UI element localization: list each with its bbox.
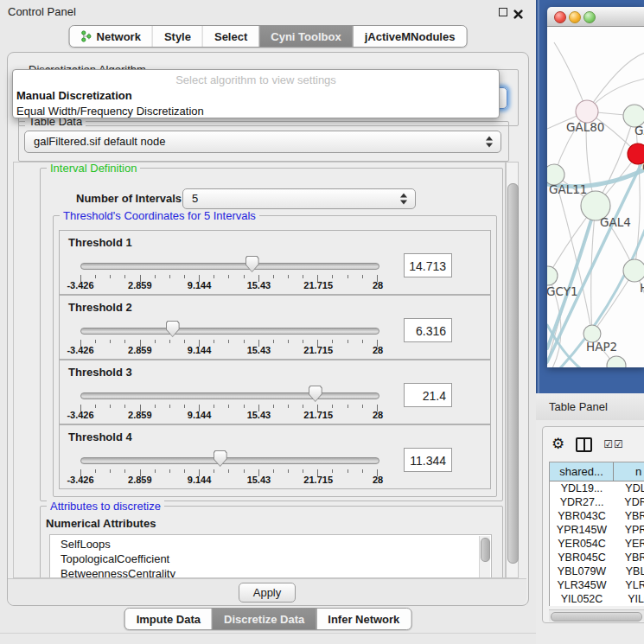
column-header-name[interactable]: n — [614, 462, 644, 481]
popup-item-manual-discretization[interactable]: Manual Discretization — [13, 88, 499, 104]
table-cell[interactable]: YPR1 — [614, 523, 644, 537]
list-item-selfloops[interactable]: SelfLoops — [50, 537, 491, 552]
table-cell[interactable]: YLR345W — [550, 578, 614, 592]
table-cell[interactable]: YDR27... — [550, 495, 614, 509]
slider-thumb[interactable] — [166, 321, 180, 337]
threshold-value-field[interactable]: 6.316 — [404, 318, 452, 342]
split-view-icon[interactable] — [576, 437, 592, 452]
table-hscrollbar[interactable] — [549, 609, 644, 622]
threshold-slider[interactable] — [80, 392, 379, 399]
table-row[interactable]: YER054CYER0 — [550, 537, 644, 551]
network-window-frame: GAL80GACGAL11GAL4GCY1HHAP2 — [536, 0, 644, 393]
tick-mark — [169, 469, 170, 473]
popup-placeholder-item[interactable]: Select algorithm to view settings — [13, 73, 499, 88]
threshold-slider[interactable] — [80, 328, 379, 335]
table-cell[interactable]: YDR2 — [614, 495, 644, 509]
scrollbar-thumb[interactable] — [551, 612, 642, 622]
slider-thumb[interactable] — [214, 450, 227, 467]
tick-mark — [124, 340, 125, 343]
scrollbar-thumb[interactable] — [481, 538, 490, 562]
table-cell[interactable]: YBR0 — [614, 509, 644, 523]
table-cell[interactable]: YBR045C — [550, 551, 614, 564]
table-row[interactable]: YIL052CYIL0 — [550, 592, 644, 606]
table-cell[interactable]: YIL0 — [614, 592, 644, 606]
tick-mark — [214, 405, 214, 408]
gear-icon[interactable]: ⚙ — [552, 436, 564, 453]
table-row[interactable]: YPR145WYPR1 — [550, 523, 644, 537]
threshold-box-2: Threshold 2 -3.4262.8599.14415.4321.7152… — [59, 295, 491, 360]
tab-infer-network[interactable]: Infer Network — [316, 609, 411, 629]
list-scrollbar[interactable] — [479, 536, 490, 578]
numerical-attributes-list[interactable]: SelfLoopsTopologicalCoefficientBetweenne… — [49, 534, 492, 578]
table-cell[interactable]: YLR3 — [614, 578, 644, 592]
tick-mark — [348, 469, 348, 473]
tab-jactivemnodules[interactable]: jActiveMNodules — [353, 26, 467, 47]
tab-impute-data[interactable]: Impute Data — [125, 609, 212, 629]
network-window: GAL80GACGAL11GAL4GCY1HHAP2 — [547, 7, 644, 367]
table-row[interactable]: YBR043CYBR0 — [550, 509, 644, 523]
slider-thumb[interactable] — [309, 386, 322, 402]
minimize-traffic-light-icon[interactable] — [569, 11, 581, 23]
checkbox-icons[interactable]: ☑☑ — [603, 438, 624, 450]
slider-thumb[interactable] — [245, 256, 259, 272]
tick-mark — [332, 340, 333, 343]
table-row[interactable]: YBL079WYBL0 — [550, 564, 644, 578]
tick-mark — [273, 275, 274, 278]
table-row[interactable]: YBR045CYBR0 — [550, 551, 644, 564]
table-cell[interactable]: YDL19... — [550, 481, 614, 495]
tick-mark — [348, 275, 348, 278]
panel-title: Control Panel — [8, 5, 76, 18]
close-icon[interactable] — [513, 7, 523, 16]
float-window-icon[interactable] — [499, 8, 507, 16]
number-of-intervals-combo[interactable]: 5 — [182, 188, 416, 209]
threshold-value-field[interactable]: 14.713 — [404, 253, 452, 277]
list-item-topologicalcoefficient[interactable]: TopologicalCoefficient — [50, 552, 491, 566]
interval-definition-group: Interval Definition Number of Intervals … — [40, 168, 503, 501]
table-panel-header: Table Panel — [536, 393, 644, 421]
table-cell[interactable]: YIL052C — [550, 592, 614, 606]
column-header-shared[interactable]: shared... — [550, 462, 614, 481]
network-node-h[interactable] — [623, 259, 644, 282]
tab-network[interactable]: Network — [70, 26, 152, 47]
zoom-traffic-light-icon[interactable] — [583, 11, 596, 23]
threshold-value-field[interactable]: 11.344 — [404, 448, 452, 472]
tab-cyni-toolbox[interactable]: Cyni Toolbox — [258, 26, 352, 47]
tick-mark — [244, 275, 245, 278]
threshold-slider[interactable] — [80, 457, 379, 464]
threshold-slider[interactable] — [80, 263, 379, 270]
table-data-combo[interactable]: galFiltered.sif default node — [24, 131, 501, 153]
table-panel-title: Table Panel — [549, 400, 608, 413]
table-cell[interactable]: YER0 — [614, 537, 644, 551]
table-cell[interactable]: YER054C — [550, 537, 614, 551]
close-traffic-light-icon[interactable] — [554, 11, 566, 23]
threshold-value-field[interactable]: 21.4 — [404, 383, 452, 407]
popup-item-equal-width-frequency[interactable]: Equal Width/Frequency Discretization — [13, 104, 499, 119]
table-cell[interactable]: YPR145W — [550, 523, 614, 537]
scrollbar-thumb[interactable] — [507, 183, 519, 564]
table-row[interactable]: YDL19...YDL1 — [550, 481, 644, 495]
network-canvas[interactable]: GAL80GACGAL11GAL4GCY1HHAP2 — [547, 27, 644, 367]
tick-label: 15.43 — [247, 280, 271, 290]
control-panel-titlebar: Control Panel — [0, 0, 536, 22]
threshold-label: Threshold 4 — [68, 430, 132, 443]
apply-button[interactable]: Apply — [239, 583, 296, 603]
network-node-gcy1[interactable] — [547, 266, 558, 285]
tab-style[interactable]: Style — [152, 26, 202, 47]
network-window-titlebar[interactable] — [547, 7, 644, 27]
table-header-row: shared... n — [550, 462, 644, 481]
table-cell[interactable]: YDL1 — [614, 481, 644, 495]
table-cell[interactable]: YBL079W — [550, 564, 614, 578]
panel-scrollbar[interactable] — [506, 162, 519, 578]
tab-discretize-data[interactable]: Discretize Data — [212, 609, 316, 629]
tick-label: 2.859 — [128, 345, 152, 355]
tab-select[interactable]: Select — [202, 26, 258, 47]
node-label: HAP2 — [586, 340, 617, 354]
table-cell[interactable]: YBR043C — [550, 509, 614, 523]
list-item-betweennesscentrality[interactable]: BetweennessCentrality — [50, 566, 491, 578]
tick-mark — [332, 469, 333, 473]
table-cell[interactable]: YBL0 — [614, 564, 644, 578]
table-row[interactable]: YLR345WYLR3 — [550, 578, 644, 592]
tick-label: 9.144 — [188, 345, 212, 355]
table-cell[interactable]: YBR0 — [614, 551, 644, 564]
table-row[interactable]: YDR27...YDR2 — [550, 495, 644, 509]
